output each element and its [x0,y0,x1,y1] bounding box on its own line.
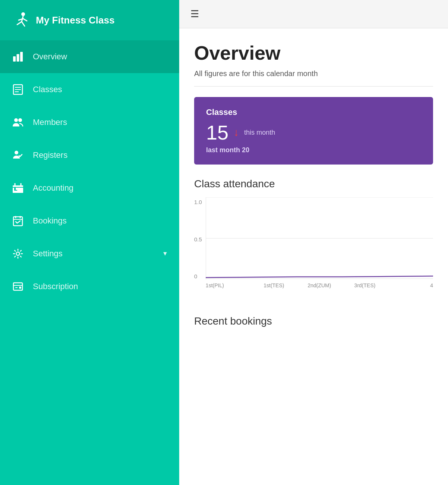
classes-icon [11,83,25,96]
y-label-1.0: 1.0 [194,199,202,205]
bookings-icon [11,214,25,228]
settings-chevron-icon: ▼ [162,250,168,257]
divider [194,86,433,87]
svg-line-2 [17,22,22,25]
sidebar-item-overview[interactable]: Overview [0,40,179,73]
svg-rect-7 [17,54,19,62]
svg-point-14 [18,118,22,122]
sidebar-item-accounting-label: Accounting [33,183,168,193]
logo-icon [11,10,31,30]
svg-rect-27 [13,283,22,290]
recent-bookings-title: Recent bookings [194,315,433,327]
svg-rect-17 [14,188,16,190]
accounting-icon [11,181,25,195]
sidebar-item-bookings-label: Bookings [33,216,168,226]
down-arrow-icon: ↓ [234,127,239,138]
y-label-0: 0 [194,273,202,279]
svg-rect-8 [20,52,23,62]
sidebar: My Fitness Class Overview [0,0,179,485]
x-label-5: 4 [388,282,433,288]
svg-rect-22 [13,217,22,226]
sidebar-nav: Overview Classes [0,40,179,303]
svg-point-15 [15,151,18,154]
svg-rect-6 [13,56,16,62]
classes-current-count: 15 [206,122,228,143]
x-label-3: 2nd(ZUM) [297,282,342,288]
main-body: Overview All figures are for this calend… [179,28,448,485]
members-icon [11,116,25,129]
classes-card-title: Classes [206,107,421,117]
app-title: My Fitness Class [36,15,115,26]
x-label-4: 3rd(TES) [342,282,388,288]
sidebar-item-settings[interactable]: Settings ▼ [0,237,179,270]
svg-point-26 [16,252,20,256]
class-attendance-chart: 1.0 0.5 0 [194,197,433,302]
page-subtitle: All figures are for this calendar month [194,69,433,78]
sidebar-item-registers[interactable]: Registers [0,139,179,172]
overview-icon [11,50,25,63]
sidebar-item-registers-label: Registers [33,150,168,160]
chart-title: Class attendance [194,178,433,190]
last-month-text: last month 20 [206,146,421,154]
sidebar-item-accounting[interactable]: Accounting [0,172,179,204]
settings-icon [11,247,25,260]
chart-svg [206,197,433,279]
svg-point-0 [21,12,25,16]
sidebar-header: My Fitness Class [0,0,179,40]
x-label-1: 1st(PIL) [206,282,251,288]
svg-line-3 [22,22,25,26]
sidebar-item-members[interactable]: Members [0,106,179,139]
hamburger-icon[interactable]: ☰ [190,8,199,19]
svg-rect-18 [13,185,23,187]
sidebar-item-overview-label: Overview [33,52,168,62]
this-month-label: this month [244,129,275,137]
svg-line-5 [23,19,27,21]
classes-card-main: 15 ↓ this month [206,122,421,143]
sidebar-item-classes[interactable]: Classes [0,73,179,106]
page-title: Overview [194,42,433,64]
classes-card: Classes 15 ↓ this month last month 20 [194,97,433,165]
registers-icon [11,148,25,162]
sidebar-item-subscription-label: Subscription [33,282,168,291]
subscription-icon [11,280,25,293]
sidebar-item-bookings[interactable]: Bookings [0,204,179,237]
sidebar-item-settings-label: Settings [33,249,154,259]
sidebar-item-members-label: Members [33,118,168,127]
x-label-2: 1st(TES) [251,282,297,288]
svg-point-30 [19,287,21,289]
topbar: ☰ [179,0,448,28]
sidebar-item-classes-label: Classes [33,85,168,94]
svg-point-13 [14,118,18,122]
sidebar-item-subscription[interactable]: Subscription [0,270,179,303]
main-content: ☰ Overview All figures are for this cale… [179,0,448,485]
y-label-0.5: 0.5 [194,236,202,242]
